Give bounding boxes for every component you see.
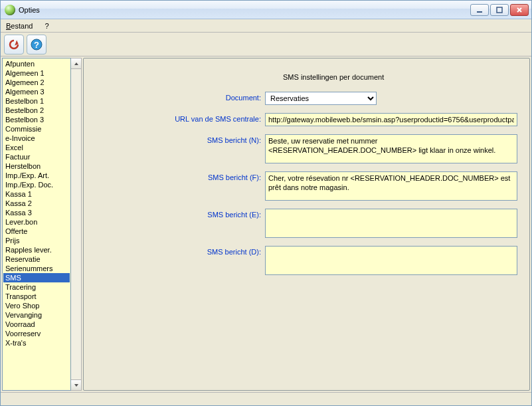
sidebar-scrollbar[interactable] [71, 58, 82, 391]
label-msg-d: SMS bericht (D): [96, 246, 265, 256]
url-input[interactable] [265, 113, 517, 126]
toolbar: ? [1, 33, 531, 56]
svg-text:?: ? [34, 40, 39, 50]
sidebar-item[interactable]: Vervanging [3, 310, 70, 320]
sidebar-item[interactable]: Bestelbon 3 [3, 115, 70, 124]
row-msg-d: SMS bericht (D): [96, 246, 517, 275]
sidebar-item[interactable]: Transport [3, 292, 70, 301]
label-msg-e: SMS bericht (E): [96, 209, 265, 219]
statusbar [1, 392, 531, 405]
category-list[interactable]: AfpuntenAlgemeen 1Algemeen 2Algemeen 3Be… [2, 58, 71, 391]
sidebar-item[interactable]: Kassa 1 [3, 189, 70, 199]
menubar: Bestand ? [1, 19, 531, 33]
close-button[interactable] [510, 4, 529, 16]
sidebar-item[interactable]: Lever.bon [3, 217, 70, 227]
svg-rect-1 [497, 7, 502, 13]
sidebar-item[interactable]: Bestelbon 2 [3, 106, 70, 115]
msg-f-textarea[interactable] [265, 171, 517, 201]
sidebar-item[interactable]: Kassa 2 [3, 199, 70, 208]
document-select[interactable]: Reservaties [265, 92, 377, 105]
sidebar-item[interactable]: Herstelbon [3, 161, 70, 171]
sidebar-item[interactable]: Commissie [3, 124, 70, 134]
content-panel: SMS instellingen per document Document: … [83, 58, 530, 391]
sidebar-item[interactable]: Algemeen 2 [3, 78, 70, 87]
menu-file[interactable]: Bestand [3, 21, 35, 31]
sidebar-item[interactable]: Kassa 3 [3, 208, 70, 217]
sidebar-item[interactable]: Reservatie [3, 254, 70, 264]
sidebar-item[interactable]: Voorreserv [3, 329, 70, 338]
titlebar: Opties [1, 1, 531, 19]
window-controls [470, 4, 529, 16]
sidebar-item[interactable]: SMS [3, 273, 70, 282]
msg-d-textarea[interactable] [265, 246, 517, 275]
refresh-icon [7, 38, 21, 51]
menu-help[interactable]: ? [42, 21, 51, 31]
sidebar-item[interactable]: Rapples lever. [3, 245, 70, 254]
close-icon [516, 7, 523, 13]
sidebar-item[interactable]: e-Invoice [3, 134, 70, 143]
row-msg-e: SMS bericht (E): [96, 209, 517, 238]
row-msg-f: SMS bericht (F): [96, 171, 517, 201]
minimize-icon [476, 7, 483, 13]
svg-rect-0 [477, 11, 482, 13]
maximize-button[interactable] [490, 4, 509, 16]
help-button[interactable]: ? [27, 35, 46, 54]
sidebar-item[interactable]: Vero Shop [3, 301, 70, 310]
sidebar-item[interactable]: Tracering [3, 282, 70, 292]
chevron-up-icon [74, 61, 79, 66]
sidebar-item[interactable]: Algemeen 1 [3, 68, 70, 78]
scroll-up-button[interactable] [71, 58, 81, 69]
sidebar-item[interactable]: Factuur [3, 152, 70, 161]
sidebar-item[interactable]: Serienummers [3, 264, 70, 273]
sidebar-item[interactable]: Excel [3, 143, 70, 152]
label-url: URL van de SMS centrale: [96, 113, 265, 123]
msg-e-textarea[interactable] [265, 209, 517, 238]
refresh-button[interactable] [4, 35, 24, 54]
app-icon [5, 5, 15, 15]
minimize-button[interactable] [470, 4, 489, 16]
sidebar-wrap: AfpuntenAlgemeen 1Algemeen 2Algemeen 3Be… [2, 58, 82, 391]
sidebar-item[interactable]: Voorraad [3, 320, 70, 329]
sidebar-item[interactable]: Bestelbon 1 [3, 96, 70, 106]
sidebar-item[interactable]: Imp./Exp. Art. [3, 171, 70, 180]
row-url: URL van de SMS centrale: [96, 113, 517, 126]
help-icon: ? [30, 38, 43, 51]
sidebar-item[interactable]: Imp./Exp. Doc. [3, 180, 70, 189]
sidebar-item[interactable]: Algemeen 3 [3, 87, 70, 96]
sidebar-item[interactable]: Afpunten [3, 59, 70, 68]
options-window: Opties Bestand ? ? [0, 0, 532, 406]
label-msg-n: SMS bericht (N): [96, 134, 265, 144]
label-msg-f: SMS bericht (F): [96, 171, 265, 181]
row-msg-n: SMS bericht (N): [96, 134, 517, 163]
row-document: Document: Reservaties [96, 92, 517, 105]
sidebar-item[interactable]: Prijs [3, 236, 70, 245]
label-document: Document: [96, 92, 265, 102]
section-title: SMS instellingen per document [283, 73, 384, 81]
scroll-track[interactable] [71, 69, 81, 379]
chevron-down-icon [74, 383, 79, 388]
sidebar-item[interactable]: X-tra's [3, 338, 70, 348]
scroll-down-button[interactable] [71, 379, 81, 390]
window-title: Opties [19, 6, 470, 14]
body-area: AfpuntenAlgemeen 1Algemeen 2Algemeen 3Be… [1, 56, 531, 392]
msg-n-textarea[interactable] [265, 134, 517, 163]
maximize-icon [496, 7, 503, 13]
sidebar-item[interactable]: Offerte [3, 227, 70, 236]
